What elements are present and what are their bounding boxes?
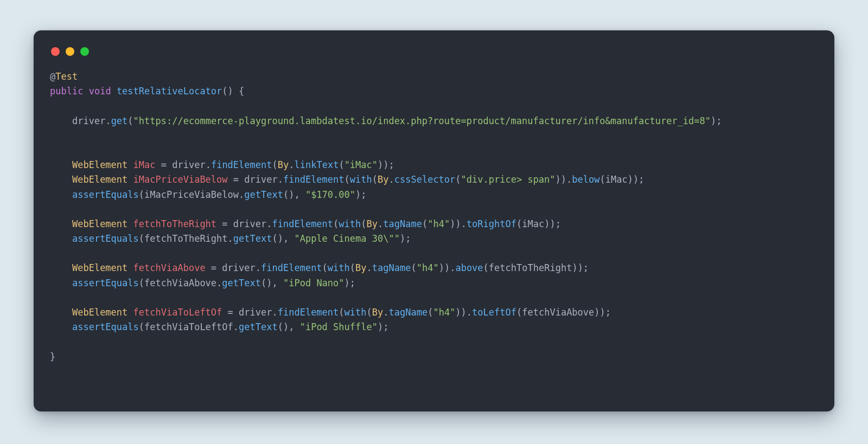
url-string: "https://ecommerce-playground.lambdatest… [133,115,711,126]
window-traffic-lights [51,43,818,60]
code-line: @Test [50,71,78,82]
page-background: @Test public void testRelativeLocator() … [0,0,868,444]
close-icon[interactable] [51,47,60,56]
code-line: assertEquals(fetchViaToLeftOf.getText(),… [50,321,388,332]
code-line: } [50,351,55,362]
closing-brace: } [50,351,55,362]
code-line: WebElement fetchToTheRight = driver.find… [50,218,561,229]
keyword-void: void [89,86,111,96]
code-line: WebElement fetchViaAbove = driver.findEl… [50,262,589,273]
minimize-icon[interactable] [66,47,74,56]
maximize-icon[interactable] [80,47,89,56]
code-block: @Test public void testRelativeLocator() … [50,69,818,364]
code-line: assertEquals(fetchViaAbove.getText(), "i… [50,278,355,288]
code-line: public void testRelativeLocator() { [50,86,244,96]
code-line: assertEquals(iMacPriceViaBelow.getText()… [50,189,367,200]
code-line: WebElement iMacPriceViaBelow = driver.fi… [50,174,644,185]
code-line: driver.get("https://ecommerce-playground… [50,115,722,126]
annotation-name: Test [55,71,78,82]
code-line: assertEquals(fetchToTheRight.getText(), … [50,233,411,244]
keyword-public: public [50,86,83,96]
function-name: testRelativeLocator [117,86,222,96]
code-window: @Test public void testRelativeLocator() … [34,30,834,411]
method-get: get [111,115,128,126]
annotation-at: @ [50,71,55,82]
code-line: WebElement fetchViaToLeftOf = driver.fin… [50,307,611,318]
code-line: WebElement iMac = driver.findElement(By.… [50,159,394,170]
